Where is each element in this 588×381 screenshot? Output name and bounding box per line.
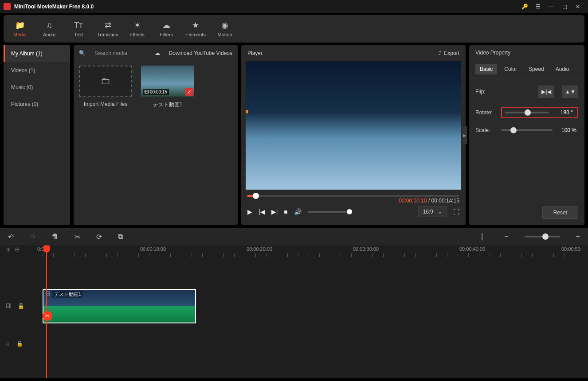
speed-button[interactable]: ⟳: [96, 233, 102, 241]
cut-marker-icon[interactable]: ✂: [43, 311, 52, 321]
ruler-label: 00:00:10:00: [140, 246, 166, 252]
current-time: 00:00:00:10: [399, 198, 427, 204]
panel-expand-handle[interactable]: ▶: [462, 126, 467, 144]
undo-button[interactable]: ↶: [8, 233, 14, 241]
tab-filters[interactable]: ☁Filters: [153, 15, 179, 43]
snap-icon[interactable]: ⎹⎸: [476, 233, 488, 241]
maximize-button[interactable]: ▢: [558, 0, 571, 13]
time-sep: /: [428, 198, 431, 204]
property-tab-audio[interactable]: Audio: [551, 64, 574, 74]
zoom-out-button[interactable]: −: [504, 233, 508, 241]
crop-button[interactable]: ⧉: [118, 233, 123, 241]
import-media-button[interactable]: 🗀 Import Media Files: [79, 66, 132, 109]
audio-icon: ♫: [46, 21, 52, 30]
tab-effects[interactable]: ✶Effects: [124, 15, 150, 43]
flip-vertical-button[interactable]: ▲▼: [562, 86, 578, 98]
timeline[interactable]: ✂ ⊞ ⊟ 0:0000:00:10:0000:00:20:0000:00:30…: [0, 245, 588, 378]
next-frame-button[interactable]: ▶|: [271, 208, 278, 215]
license-key-icon[interactable]: 🔑: [518, 0, 531, 13]
titlebar: MiniTool MovieMaker Free 8.0.0 🔑 ☰ — ▢ ✕: [0, 0, 588, 13]
check-icon: ✓: [185, 88, 193, 96]
rotate-value[interactable]: 180 °: [553, 109, 575, 116]
volume-icon[interactable]: 🔊: [294, 208, 302, 215]
tab-text[interactable]: TтText: [66, 15, 91, 43]
video-viewport[interactable]: [246, 61, 461, 190]
ruler-label: 00:00:50:: [561, 246, 582, 252]
filters-icon: ☁: [162, 20, 170, 30]
player-title: Player: [247, 50, 263, 56]
reset-button[interactable]: Reset: [542, 206, 578, 219]
rotate-label: Rotate:: [475, 109, 498, 116]
delete-button[interactable]: 🗑: [51, 233, 59, 241]
scrub-bar[interactable]: [247, 195, 459, 197]
export-icon: ⤴: [439, 50, 441, 56]
sidebar-item[interactable]: Pictures (0): [4, 96, 70, 113]
flip-horizontal-button[interactable]: ▶|◀: [538, 86, 554, 98]
tab-transition[interactable]: ⇄Transition: [95, 15, 121, 43]
video-track[interactable]: 🎞 🔓 🎞 テスト動画1: [0, 286, 588, 326]
ruler-label: 00:00:30:00: [353, 246, 379, 252]
chevron-down-icon: ⌄: [438, 209, 442, 215]
add-track-button[interactable]: ⊞: [6, 246, 11, 253]
download-icon: ☁: [155, 50, 160, 56]
property-title: Video Property: [469, 45, 584, 60]
search-input[interactable]: Search media: [94, 50, 146, 56]
timeline-clip[interactable]: 🎞 テスト動画1: [43, 289, 196, 323]
close-button[interactable]: ✕: [571, 0, 584, 13]
zoom-slider[interactable]: [525, 236, 560, 237]
property-tab-color[interactable]: Color: [500, 64, 521, 74]
tab-audio[interactable]: ♫Audio: [36, 15, 62, 43]
volume-slider[interactable]: [308, 211, 352, 213]
ruler-label: 00:00:20:00: [247, 246, 272, 252]
timeline-toolbar: ↶ ↷ 🗑 ✂ ⟳ ⧉ ⎹⎸ − +: [0, 228, 588, 245]
flip-label: Flip:: [475, 89, 498, 95]
video-property-panel: Video Property BasicColorSpeedAudio Flip…: [469, 45, 584, 225]
music-icon: ♫: [5, 341, 9, 347]
scale-value[interactable]: 100 %: [556, 127, 578, 133]
lock-icon[interactable]: 🔓: [16, 341, 23, 347]
zoom-in-button[interactable]: +: [576, 233, 580, 241]
search-icon: 🔍: [79, 50, 86, 56]
timeline-ruler[interactable]: ⊞ ⊟ 0:0000:00:10:0000:00:20:0000:00:30:0…: [0, 245, 588, 260]
aspect-ratio-select[interactable]: 16:9 ⌄: [418, 206, 447, 217]
sidebar-item[interactable]: My Album (1): [4, 45, 70, 62]
export-button[interactable]: ⤴ Export: [439, 50, 459, 56]
fullscreen-button[interactable]: ⛶: [453, 208, 459, 215]
prev-frame-button[interactable]: |◀: [259, 208, 265, 215]
film-icon: 🎞: [145, 89, 149, 94]
film-icon: 🎞: [5, 303, 11, 309]
menu-icon[interactable]: ☰: [531, 0, 545, 13]
lock-icon[interactable]: 🔓: [18, 303, 24, 309]
media-panel: 🔍 Search media ☁ Download YouTube Videos…: [74, 45, 238, 225]
rotate-slider[interactable]: [505, 112, 549, 113]
media-icon: 📁: [15, 20, 25, 30]
ruler-label: 00:00:40:00: [459, 246, 485, 252]
media-clip-item[interactable]: 🎞00:00:15 ✓ テスト動画1: [141, 66, 194, 109]
sidebar-item[interactable]: Videos (1): [4, 62, 70, 79]
app-logo: [4, 3, 11, 10]
minimize-button[interactable]: —: [545, 0, 558, 13]
clip-duration: 00:00:15: [150, 89, 167, 94]
effects-icon: ✶: [134, 20, 141, 30]
sidebar-item[interactable]: Music (0): [4, 79, 70, 96]
elements-icon: ★: [192, 20, 199, 30]
export-label: Export: [444, 50, 459, 56]
player-panel: Player ⤴ Export 00:00:00:10 / 00:00:14:1…: [241, 45, 466, 225]
main-toolbar: 📁Media♫AudioTтText⇄Transition✶Effects☁Fi…: [4, 15, 584, 43]
property-tab-speed[interactable]: Speed: [524, 64, 549, 74]
audio-track[interactable]: ♫ 🔓: [0, 326, 588, 362]
play-button[interactable]: ▶: [247, 208, 252, 215]
redo-button[interactable]: ↷: [30, 233, 35, 241]
download-youtube-link[interactable]: Download YouTube Videos: [169, 50, 232, 56]
split-button[interactable]: ✂: [74, 233, 80, 241]
remove-track-button[interactable]: ⊟: [15, 246, 20, 253]
tab-elements[interactable]: ★Elements: [183, 15, 208, 43]
import-label: Import Media Files: [79, 101, 132, 107]
scale-slider[interactable]: [501, 129, 553, 131]
property-tab-basic[interactable]: Basic: [475, 64, 497, 74]
clip-label: テスト動画1: [52, 291, 83, 298]
tab-motion[interactable]: ◉Motion: [212, 15, 238, 43]
tab-media[interactable]: 📁Media: [7, 15, 33, 43]
album-sidebar: My Album (1)Videos (1)Music (0)Pictures …: [4, 45, 70, 225]
stop-button[interactable]: ■: [284, 208, 287, 215]
